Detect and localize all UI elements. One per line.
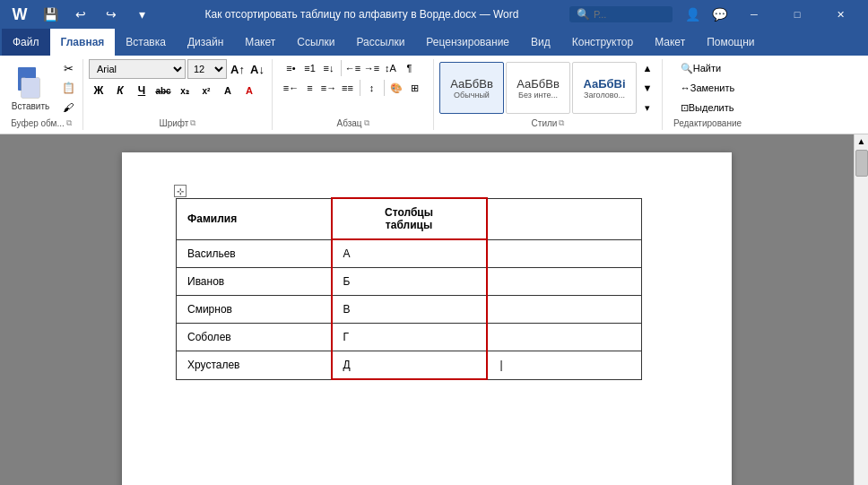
paste-label: Вставить: [12, 101, 49, 111]
table-header-col1[interactable]: Фамилия: [177, 198, 332, 239]
styles-more-button[interactable]: ▾: [638, 99, 656, 117]
table-cell[interactable]: Хрусталев: [177, 351, 332, 380]
font-color-button[interactable]: A: [239, 81, 259, 100]
strikethrough-button[interactable]: abc: [153, 81, 173, 100]
table-cell[interactable]: Смирнов: [177, 296, 332, 324]
user-icon[interactable]: 👤: [680, 2, 705, 27]
increase-indent-button[interactable]: →≡: [363, 59, 381, 77]
line-spacing-button[interactable]: ↕: [363, 79, 381, 97]
clipboard-expand[interactable]: ⧉: [66, 118, 72, 128]
font-format-row: Ж К Ч abc x₂ x² A A: [89, 81, 259, 100]
align-left-button[interactable]: ≡←: [282, 79, 300, 97]
font-name-select[interactable]: Arial: [89, 59, 186, 79]
bold-button[interactable]: Ж: [89, 81, 108, 100]
tab-constructor[interactable]: Конструктор: [561, 29, 644, 56]
copy-button[interactable]: 📋: [59, 79, 77, 97]
table-cell[interactable]: Б: [332, 268, 487, 296]
tab-review[interactable]: Рецензирование: [415, 29, 520, 56]
styles-up-button[interactable]: ▲: [638, 59, 656, 77]
right-scrollbar[interactable]: ▲ ▼: [854, 134, 868, 485]
tab-layout2[interactable]: Макет: [644, 29, 696, 56]
tab-view[interactable]: Вид: [520, 29, 561, 56]
table-cell[interactable]: В: [332, 296, 487, 324]
align-center-button[interactable]: ≡: [301, 79, 319, 97]
shading-button[interactable]: 🎨: [387, 79, 405, 97]
clipboard-actions: ✂ 📋 🖌: [59, 59, 77, 117]
tab-references[interactable]: Ссылки: [286, 29, 345, 56]
tab-design[interactable]: Дизайн: [177, 29, 234, 56]
paste-button[interactable]: Вставить: [5, 60, 56, 116]
table-cell[interactable]: [487, 268, 642, 296]
replace-button[interactable]: ↔ Заменить: [676, 79, 739, 97]
multilevel-button[interactable]: ≡↓: [320, 59, 338, 77]
minimize-button[interactable]: ─: [733, 0, 775, 29]
save-quick-button[interactable]: 💾: [38, 2, 63, 27]
editing-content: 🔍 Найти ↔ Заменить ⊡ Выделить: [676, 59, 739, 117]
tab-mailings[interactable]: Рассылки: [346, 29, 416, 56]
style-normal[interactable]: АаБбВв Обычный: [439, 62, 504, 114]
table-cell[interactable]: [487, 296, 642, 324]
subscript-button[interactable]: x₂: [175, 81, 195, 100]
table-header-col3[interactable]: [487, 198, 642, 239]
font-content: Arial 12 A↑ A↓ Ж К Ч abc x₂ x² A A: [89, 59, 266, 116]
table-cell[interactable]: |: [487, 351, 642, 380]
increase-font-button[interactable]: A↑: [229, 60, 247, 78]
doc-scroll[interactable]: ⊹ Фамилия Столбцытаблицы: [0, 134, 854, 485]
table-cell[interactable]: [487, 239, 642, 268]
paragraph-expand[interactable]: ⧉: [364, 118, 369, 128]
show-marks-button[interactable]: ¶: [401, 59, 419, 77]
maximize-button[interactable]: □: [777, 0, 818, 29]
scroll-thumb[interactable]: [855, 150, 868, 177]
font-label: Шрифт ⧉: [89, 116, 266, 130]
tab-file[interactable]: Файл: [2, 29, 50, 56]
tab-insert[interactable]: Вставка: [115, 29, 177, 56]
styles-down-button[interactable]: ▼: [638, 79, 656, 97]
tab-layout[interactable]: Макет: [234, 29, 286, 56]
redo-quick-button[interactable]: ↪: [99, 2, 124, 27]
highlight-button[interactable]: A: [218, 81, 238, 100]
justify-button[interactable]: ≡≡: [339, 79, 357, 97]
cut-button[interactable]: ✂: [59, 59, 77, 77]
style-normal-preview: АаБбВв: [450, 77, 493, 91]
editing-group: 🔍 Найти ↔ Заменить ⊡ Выделить Редактиров…: [663, 59, 752, 130]
italic-button[interactable]: К: [110, 81, 130, 100]
table-cell[interactable]: [487, 324, 642, 351]
style-no-spacing[interactable]: АаБбВв Без инте...: [506, 62, 570, 114]
styles-expand[interactable]: ⧉: [559, 118, 564, 128]
close-button[interactable]: ✕: [820, 0, 861, 29]
tab-help[interactable]: Помощни: [696, 29, 765, 56]
styles-nav: ▲ ▼ ▾: [638, 59, 656, 117]
border-button[interactable]: ⊞: [406, 79, 424, 97]
decrease-indent-button[interactable]: ←≡: [344, 59, 362, 77]
find-button[interactable]: 🔍 Найти: [676, 59, 725, 77]
customize-quick-button[interactable]: ▾: [129, 2, 154, 27]
bullets-button[interactable]: ≡•: [282, 59, 300, 77]
sort-button[interactable]: ↕A: [382, 59, 400, 77]
numbering-button[interactable]: ≡1: [301, 59, 319, 77]
table-cell[interactable]: Д: [332, 351, 487, 380]
align-right-button[interactable]: ≡→: [320, 79, 338, 97]
font-expand[interactable]: ⧉: [190, 118, 195, 128]
doc-area: ⊹ Фамилия Столбцытаблицы: [0, 134, 854, 485]
scroll-up-button[interactable]: ▲: [855, 134, 868, 148]
table-header-col2[interactable]: Столбцытаблицы: [332, 198, 487, 239]
clipboard-content: Вставить ✂ 📋 🖌: [5, 59, 77, 117]
underline-button[interactable]: Ч: [132, 81, 152, 100]
ribbon-search-input[interactable]: [594, 9, 665, 20]
table-handle[interactable]: ⊹: [174, 185, 187, 197]
undo-quick-button[interactable]: ↩: [68, 2, 93, 27]
table-cell[interactable]: А: [332, 239, 487, 268]
format-painter-button[interactable]: 🖌: [59, 99, 77, 117]
clipboard-group: Вставить ✂ 📋 🖌 Буфер обм... ⧉: [0, 59, 83, 130]
table-cell[interactable]: Иванов: [177, 268, 332, 296]
select-button[interactable]: ⊡ Выделить: [676, 99, 739, 117]
comment-icon[interactable]: 💬: [707, 2, 732, 27]
superscript-button[interactable]: x²: [196, 81, 216, 100]
decrease-font-button[interactable]: A↓: [248, 60, 266, 78]
table-cell[interactable]: Васильев: [177, 239, 332, 268]
table-cell[interactable]: Г: [332, 324, 487, 351]
style-heading[interactable]: АаБбВі Заголово...: [572, 62, 637, 114]
tab-home[interactable]: Главная: [50, 29, 116, 56]
table-cell[interactable]: Соболев: [177, 324, 332, 351]
font-size-select[interactable]: 12: [187, 59, 227, 79]
